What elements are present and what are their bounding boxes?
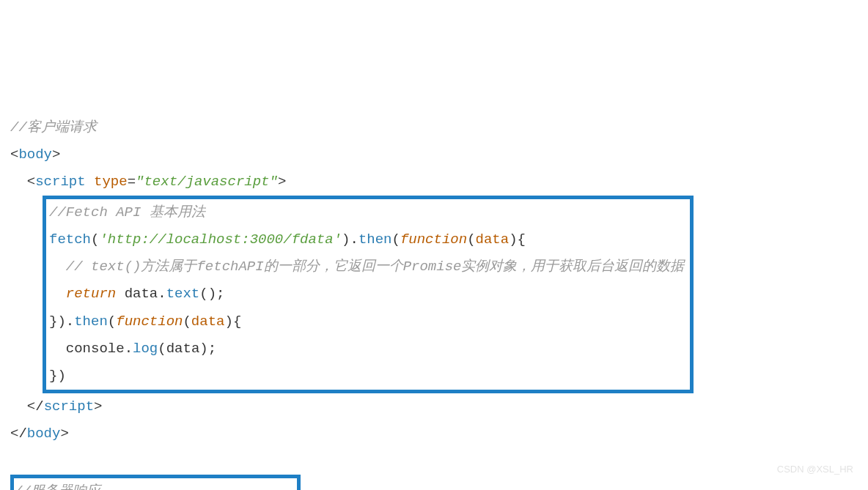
attr-type: type — [94, 174, 128, 190]
highlighted-box-fetch: //Fetch API 基本用法 fetch('http://localhost… — [43, 196, 694, 393]
fetch-url: 'http://localhost:3000/fdata' — [99, 231, 342, 248]
console-ident: console — [66, 341, 125, 357]
watermark: CSDN @XSL_HR — [777, 460, 853, 478]
function-keyword: function — [400, 231, 467, 248]
fetch-call: fetch — [49, 231, 91, 248]
tag-body-open: <body> — [10, 146, 60, 163]
then-call-1: then — [358, 231, 392, 248]
attr-value: "text/javascript" — [136, 174, 278, 190]
tag-body-close: </body> — [10, 426, 69, 442]
comment-client: //客户端请求 — [10, 119, 97, 136]
data-ident: data — [125, 286, 158, 302]
comment-fetch-api: //Fetch API 基本用法 — [49, 204, 205, 220]
tag-script-close: </script> — [27, 398, 103, 415]
highlighted-box-server: //服务器响应 app.get('/fdata', (req, res) => … — [10, 475, 301, 490]
log-method: log — [133, 341, 158, 357]
text-method: text — [166, 286, 200, 302]
comment-server: //服务器响应 — [14, 483, 100, 490]
then-call-2: then — [74, 313, 108, 330]
return-keyword: return — [66, 286, 116, 302]
code-block-client: //客户端请求 <body> <script type="text/javasc… — [10, 114, 858, 490]
comment-text-method: // text()方法属于fetchAPI的一部分，它返回一个Promise实例… — [66, 259, 685, 275]
param-data: data — [476, 231, 510, 248]
tag-script-open: <script — [27, 174, 86, 190]
